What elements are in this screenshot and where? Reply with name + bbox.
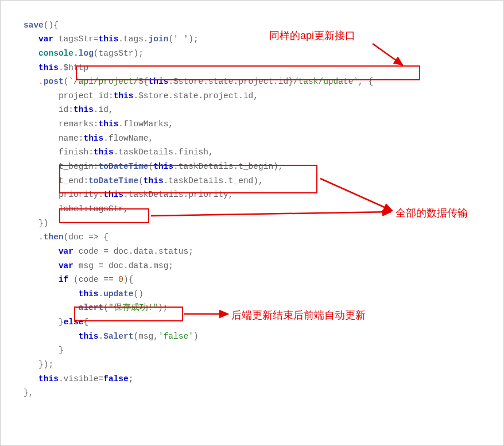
fn-save: save [24, 21, 44, 30]
annotation-data: 全部的数据传输 [396, 204, 468, 222]
code-screenshot: save(){ var tagsStr=this.tags.join(' ');… [0, 0, 504, 446]
annotation-api: 同样的api更新接口 [269, 27, 355, 45]
annotation-update: 后端更新结束后前端自动更新 [231, 307, 366, 324]
